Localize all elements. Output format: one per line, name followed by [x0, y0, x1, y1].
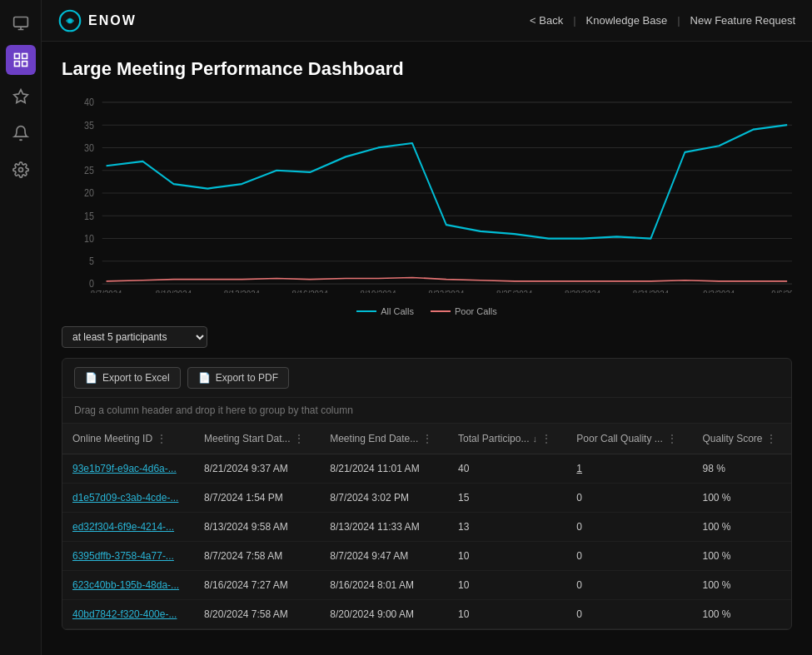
cell-meeting-id[interactable]: 623c40bb-195b-48da-...	[62, 571, 194, 600]
sidebar-item-monitor[interactable]	[6, 8, 36, 38]
data-table: Online Meeting ID ⋮ Meeting Start Dat...…	[62, 424, 791, 629]
back-link[interactable]: < Back	[530, 14, 563, 27]
cell-meeting-id[interactable]: ed32f304-6f9e-4214-...	[62, 513, 194, 542]
sidebar	[0, 0, 42, 655]
col-header-end-date: Meeting End Date... ⋮	[320, 424, 448, 454]
topbar-nav: < Back | Knowledge Base | New Feature Re…	[530, 14, 795, 27]
svg-text:8/19/2024: 8/19/2024	[360, 290, 396, 293]
svg-text:8/7/2024: 8/7/2024	[91, 290, 122, 293]
svg-text:25: 25	[84, 166, 94, 176]
cell-quality-score: 100 %	[692, 542, 791, 571]
sidebar-item-star[interactable]	[6, 82, 36, 112]
svg-rect-4	[22, 62, 27, 67]
cell-meeting-id[interactable]: 6395dffb-3758-4a77-...	[62, 542, 194, 571]
cell-poor-quality: 0	[566, 571, 692, 600]
content-area: Large Meeting Performance Dashboard 40 3…	[42, 42, 812, 655]
start-date-filter-icon[interactable]: ⋮	[293, 432, 305, 445]
svg-text:8/16/2024: 8/16/2024	[292, 290, 329, 293]
chart-container: 40 35 30 25 20 15 10 5 0 8/7/2024 8/10/2…	[62, 93, 792, 293]
cell-quality-score: 100 %	[692, 600, 791, 629]
col-header-participants: Total Participo... ↓ ⋮	[448, 424, 566, 454]
svg-text:8/28/2024: 8/28/2024	[565, 290, 601, 293]
cell-end-date: 8/7/2024 9:47 AM	[320, 542, 448, 571]
svg-text:9/3/2024: 9/3/2024	[703, 290, 735, 293]
poor-calls-label: Poor Calls	[455, 306, 497, 316]
cell-end-date: 8/20/2024 9:00 AM	[320, 600, 448, 629]
export-bar: 📄 Export to Excel 📄 Export to PDF	[62, 359, 791, 398]
cell-poor-quality: 0	[566, 513, 692, 542]
svg-text:30: 30	[84, 142, 94, 153]
svg-text:0: 0	[89, 279, 94, 290]
cell-start-date: 8/20/2024 7:58 AM	[194, 600, 320, 629]
col-header-quality-score: Quality Score ⋮	[692, 424, 791, 454]
table-row: 93e1b79f-e9ac-4d6a-...8/21/2024 9:37 AM8…	[62, 454, 791, 484]
chart-legend: All Calls Poor Calls	[62, 306, 792, 316]
col-header-start-date: Meeting Start Dat... ⋮	[194, 424, 320, 454]
svg-text:8/25/2024: 8/25/2024	[496, 290, 533, 293]
cell-quality-score: 100 %	[692, 571, 791, 600]
cell-participants: 10	[448, 571, 566, 600]
participants-filter-icon[interactable]: ⋮	[541, 432, 552, 445]
end-date-filter-icon[interactable]: ⋮	[421, 432, 433, 445]
export-pdf-button[interactable]: 📄 Export to PDF	[187, 367, 289, 389]
sidebar-item-dashboard[interactable]	[6, 45, 36, 75]
cell-participants: 10	[448, 542, 566, 571]
svg-text:10: 10	[84, 233, 94, 244]
header-row: Online Meeting ID ⋮ Meeting Start Dat...…	[62, 424, 791, 454]
col-header-meeting-id: Online Meeting ID ⋮	[62, 424, 194, 454]
cell-end-date: 8/21/2024 11:01 AM	[320, 454, 448, 484]
cell-poor-quality[interactable]: 1	[566, 454, 692, 484]
export-excel-button[interactable]: 📄 Export to Excel	[74, 367, 181, 389]
legend-all-calls: All Calls	[356, 306, 414, 316]
cell-meeting-id[interactable]: 93e1b79f-e9ac-4d6a-...	[62, 454, 194, 484]
svg-marker-5	[13, 90, 27, 103]
svg-text:5: 5	[89, 256, 94, 267]
sidebar-item-bell[interactable]	[6, 118, 36, 148]
cell-end-date: 8/13/2024 11:33 AM	[320, 513, 448, 542]
filter-row: at least 5 participants at least 10 part…	[62, 326, 792, 348]
svg-text:20: 20	[84, 188, 94, 199]
table-row: 40bd7842-f320-400e-...8/20/2024 7:58 AM8…	[62, 600, 791, 629]
cell-start-date: 8/21/2024 9:37 AM	[194, 454, 320, 484]
drag-hint: Drag a column header and drop it here to…	[62, 398, 791, 424]
enow-logo-icon	[58, 9, 82, 32]
cell-participants: 10	[448, 600, 566, 629]
svg-text:9/6/2024: 9/6/2024	[771, 290, 792, 293]
svg-text:40: 40	[84, 97, 94, 108]
pdf-icon: 📄	[198, 372, 211, 384]
cell-meeting-id[interactable]: d1e57d09-c3ab-4cde-...	[62, 484, 194, 513]
svg-rect-1	[14, 54, 19, 59]
cell-start-date: 8/16/2024 7:27 AM	[194, 571, 320, 600]
cell-poor-quality: 0	[566, 600, 692, 629]
export-excel-label: Export to Excel	[102, 372, 170, 384]
cell-start-date: 8/7/2024 1:54 PM	[194, 484, 320, 513]
meeting-id-filter-icon[interactable]: ⋮	[156, 432, 167, 445]
new-feature-link[interactable]: New Feature Request	[690, 14, 795, 27]
poor-calls-line	[431, 310, 451, 312]
main-area: ENOW < Back | Knowledge Base | New Featu…	[42, 0, 812, 655]
legend-poor-calls: Poor Calls	[431, 306, 497, 316]
cell-end-date: 8/7/2024 3:02 PM	[320, 484, 448, 513]
svg-point-6	[18, 168, 22, 172]
cell-quality-score: 98 %	[692, 454, 791, 484]
table-row: d1e57d09-c3ab-4cde-...8/7/2024 1:54 PM8/…	[62, 484, 791, 513]
poor-quality-filter-icon[interactable]: ⋮	[666, 432, 678, 445]
participants-sort-icon[interactable]: ↓	[532, 434, 537, 444]
quality-score-filter-icon[interactable]: ⋮	[765, 432, 777, 445]
participants-filter[interactable]: at least 5 participants at least 10 part…	[62, 326, 207, 348]
cell-start-date: 8/7/2024 7:58 AM	[194, 542, 320, 571]
page-title: Large Meeting Performance Dashboard	[62, 58, 792, 80]
svg-point-8	[67, 18, 72, 22]
table-row: ed32f304-6f9e-4214-...8/13/2024 9:58 AM8…	[62, 513, 791, 542]
knowledge-base-link[interactable]: Knowledge Base	[586, 14, 668, 27]
cell-quality-score: 100 %	[692, 484, 791, 513]
svg-rect-2	[22, 54, 27, 59]
table-row: 6395dffb-3758-4a77-...8/7/2024 7:58 AM8/…	[62, 542, 791, 571]
topbar: ENOW < Back | Knowledge Base | New Featu…	[42, 0, 812, 42]
separator-2: |	[677, 14, 680, 27]
sidebar-item-settings[interactable]	[6, 155, 36, 185]
svg-text:8/10/2024: 8/10/2024	[156, 290, 192, 293]
cell-meeting-id[interactable]: 40bd7842-f320-400e-...	[62, 600, 194, 629]
chart-svg: 40 35 30 25 20 15 10 5 0 8/7/2024 8/10/2…	[62, 93, 792, 293]
cell-participants: 15	[448, 484, 566, 513]
